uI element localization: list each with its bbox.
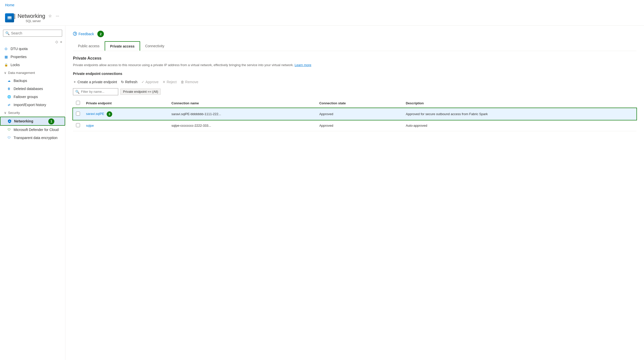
sidebar-item-label: Properties [11, 55, 27, 59]
filter-row: 🔍 Private endpoint == (All) [73, 88, 636, 95]
main-layout: 🔍 ◇ « ⊙ DTU quota ▦ Properties 🔒 Locks ∨… [0, 26, 644, 360]
sidebar-collapse-button[interactable]: « [60, 40, 62, 44]
sidebar-filter-button[interactable]: ◇ [55, 40, 58, 44]
sidebar-item-defender[interactable]: 🛡 Microsoft Defender for Cloud [0, 126, 65, 134]
row2-endpoint-link[interactable]: sqlpe [86, 124, 94, 127]
sidebar-item-backups[interactable]: ☁ Backups [0, 77, 65, 85]
tabs-container: Public access Private access Connectivit… [73, 41, 636, 51]
sidebar-item-locks[interactable]: 🔒 Locks [0, 61, 65, 69]
row1-endpoint-link[interactable]: saravi.sqlPE [86, 112, 104, 116]
row2-endpoint: sqlpe [83, 120, 169, 131]
select-all-checkbox[interactable] [76, 101, 80, 105]
sidebar-item-label: Locks [11, 63, 20, 67]
table-header-row: Private endpoint Connection name Connect… [73, 98, 636, 108]
col-private-endpoint: Private endpoint [83, 98, 169, 108]
col-description: Description [403, 98, 636, 108]
refresh-label: Refresh [125, 80, 137, 84]
approve-label: Approve [145, 80, 158, 84]
row2-connection-state: Approved [316, 120, 403, 131]
row1-description: Approved for secure outbound access from… [403, 108, 636, 120]
sidebar-item-label: Deleted databases [14, 87, 43, 91]
favorite-button[interactable]: ☆ [47, 13, 53, 19]
row2-checkbox-cell [73, 120, 83, 131]
remove-button[interactable]: 🗑 Remove [181, 79, 198, 85]
sidebar-item-label: Backups [14, 79, 27, 83]
more-actions-button[interactable]: ··· [55, 13, 60, 19]
sidebar-item-label: Microsoft Defender for Cloud [14, 128, 59, 132]
sidebar-item-label: Failover groups [14, 95, 38, 99]
toolbar: ＋ Create a private endpoint ↻ Refresh ✓ … [73, 79, 636, 85]
filter-input[interactable] [81, 90, 116, 94]
sidebar-controls: ◇ « [0, 39, 65, 45]
filter-input-container[interactable]: 🔍 [73, 88, 118, 95]
section-description: Private endpoints allow access to this r… [73, 63, 636, 68]
refresh-icon: ↻ [121, 80, 124, 84]
table-row: saravi.sqlPE 3 saravi.sqlPE-bbbbbbb-1111… [73, 108, 636, 120]
create-label: Create a private endpoint [77, 80, 117, 84]
step3-badge: 3 [107, 111, 112, 117]
feedback-row[interactable]: Feedback 2 [73, 31, 636, 37]
step1-badge: 1 [48, 118, 54, 124]
private-access-section: Private Access Private endpoints allow a… [73, 56, 636, 131]
col-connection-state: Connection state [316, 98, 403, 108]
row1-checkbox[interactable] [76, 112, 80, 116]
create-endpoint-button[interactable]: ＋ Create a private endpoint [73, 79, 117, 85]
refresh-button[interactable]: ↻ Refresh [121, 79, 137, 85]
home-link[interactable]: Home [0, 0, 644, 10]
import-export-icon: ⇄ [7, 103, 11, 107]
chevron-down-icon: ∨ [4, 111, 7, 115]
dto-quota-icon: ⊙ [4, 47, 8, 51]
tab-public-access[interactable]: Public access [73, 41, 105, 51]
search-input[interactable] [11, 31, 60, 35]
sidebar-section-data-management[interactable]: ∨ Data management [0, 69, 65, 77]
sidebar-item-properties[interactable]: ▦ Properties [0, 53, 65, 61]
step2-badge: 2 [97, 31, 104, 37]
properties-icon: ▦ [4, 55, 8, 59]
table-row: sqlpe sqlpe-cccccccc-2222-333... Approve… [73, 120, 636, 131]
remove-icon: 🗑 [181, 80, 184, 84]
sidebar-item-import-export[interactable]: ⇄ Import/Export history [0, 101, 65, 109]
search-icon: 🔍 [5, 31, 10, 35]
row1-checkbox-cell [73, 108, 83, 120]
filter-tag[interactable]: Private endpoint == (All) [120, 88, 161, 95]
plus-icon: ＋ [73, 80, 76, 84]
resource-type-label: SQL server [26, 19, 60, 23]
learn-more-link[interactable]: Learn more [295, 63, 311, 67]
transparent-data-icon: 🛡 [7, 136, 11, 140]
search-box[interactable]: 🔍 [3, 30, 62, 37]
sidebar-item-deleted-databases[interactable]: 🗑 Deleted databases [0, 85, 65, 93]
sidebar-item-networking[interactable]: N Networking 1 [0, 117, 65, 126]
tab-private-access[interactable]: Private access [105, 41, 140, 51]
locks-icon: 🔒 [4, 63, 8, 67]
row2-checkbox[interactable] [76, 123, 80, 127]
deleted-databases-icon: 🗑 [7, 87, 11, 91]
sidebar-section-security[interactable]: ∨ Security [0, 109, 65, 117]
sidebar-item-transparent-data[interactable]: 🛡 Transparent data encryption [0, 134, 65, 142]
row2-description: Auto-approved [403, 120, 636, 131]
sidebar: 🔍 ◇ « ⊙ DTU quota ▦ Properties 🔒 Locks ∨… [0, 26, 65, 360]
tab-connectivity[interactable]: Connectivity [140, 41, 169, 51]
section-title: Private Access [73, 56, 636, 61]
sidebar-item-dto-quota[interactable]: ⊙ DTU quota [0, 45, 65, 53]
row2-connection-name: sqlpe-cccccccc-2222-333... [169, 120, 316, 131]
row1-endpoint: saravi.sqlPE 3 [83, 108, 169, 120]
sidebar-item-label: Import/Export history [14, 103, 46, 107]
chevron-down-icon: ∨ [4, 71, 7, 75]
reject-button[interactable]: ✕ Reject [163, 79, 177, 85]
row1-connection-state: Approved [316, 108, 403, 120]
backups-icon: ☁ [7, 79, 11, 83]
sidebar-item-label: Transparent data encryption [14, 136, 58, 140]
sql-server-icon [5, 13, 14, 22]
select-all-header [73, 98, 83, 108]
svg-text:N: N [9, 120, 10, 122]
defender-icon: 🛡 [7, 128, 11, 132]
approve-icon: ✓ [141, 80, 144, 84]
row1-connection-name: saravi.sqlPE-bbbbbbb-1111-222... [169, 108, 316, 120]
sidebar-item-failover-groups[interactable]: 🌐 Failover groups [0, 93, 65, 101]
feedback-label[interactable]: Feedback [78, 32, 94, 36]
svg-point-3 [8, 18, 12, 19]
failover-icon: 🌐 [7, 95, 11, 99]
svg-point-6 [75, 35, 75, 35]
approve-button[interactable]: ✓ Approve [141, 79, 158, 85]
main-content: Feedback 2 Public access Private access … [65, 26, 644, 360]
